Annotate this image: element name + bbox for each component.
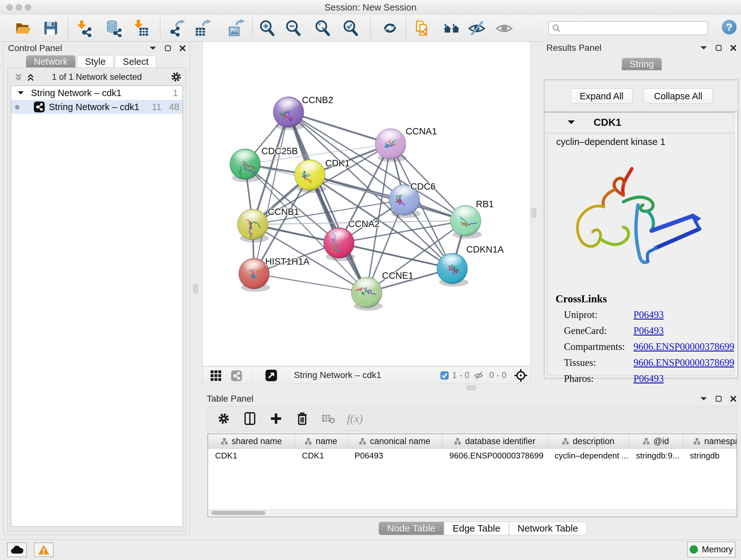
function-builder-button[interactable]: f(x) — [347, 411, 363, 426]
column-header[interactable]: description — [548, 434, 629, 448]
edge-CCNB2-CCNA1[interactable] — [288, 112, 391, 144]
show-all-button[interactable] — [494, 18, 515, 38]
cell-database-identifier[interactable]: 9606.ENSP00000378699 — [442, 449, 548, 462]
crosslink-uniprot-link[interactable]: P06493 — [633, 309, 664, 320]
column-header[interactable]: name — [295, 434, 347, 448]
network-graph[interactable]: CCNB2CCNA1CDC25BCDK1CDC6RB1CCNB1CCNA2CDK… — [203, 42, 530, 366]
fit-selection-crosshair-icon[interactable] — [514, 369, 528, 382]
network-collection-row[interactable]: String Network – cdk1 1 — [11, 86, 183, 100]
tab-edge-table[interactable]: Edge Table — [444, 522, 509, 535]
tab-node-table[interactable]: Node Table — [379, 522, 444, 535]
network-row-selected[interactable]: String Network – cdk1 11 48 — [11, 100, 183, 114]
selected-checkbox-icon[interactable] — [440, 371, 449, 380]
column-header[interactable]: canonical name — [347, 434, 442, 448]
section-collapse-icon[interactable] — [567, 120, 575, 125]
close-panel-icon[interactable] — [179, 45, 186, 51]
delete-column-button[interactable] — [294, 411, 310, 426]
protein-section-header[interactable]: CDK1 — [544, 113, 738, 133]
float-panel-icon[interactable] — [165, 45, 171, 51]
export-image-button[interactable] — [226, 18, 246, 38]
panel-menu-icon[interactable] — [700, 396, 707, 401]
cell-description[interactable]: cyclin–dependent ... — [548, 449, 629, 462]
table-row[interactable]: CDK1 CDK1 P06493 9606.ENSP00000378699 cy… — [208, 449, 737, 462]
tab-select[interactable]: Select — [115, 55, 157, 68]
node-table[interactable]: shared name name canonical name database… — [207, 434, 737, 517]
refresh-button[interactable] — [380, 18, 400, 38]
network-node-CCNA2[interactable] — [324, 228, 355, 261]
create-column-button[interactable] — [268, 411, 284, 426]
crosslink-pharos-link[interactable]: P06493 — [633, 373, 664, 384]
left-splitter-handle[interactable] — [193, 284, 198, 294]
search-input[interactable] — [548, 21, 708, 35]
clone-network-button[interactable] — [413, 18, 433, 38]
panel-menu-icon[interactable] — [700, 46, 707, 50]
open-session-button[interactable] — [13, 18, 33, 38]
column-header[interactable]: database identifier — [442, 434, 548, 448]
collapse-all-button[interactable]: Collapse All — [643, 88, 713, 104]
network-node-RB1[interactable] — [450, 205, 482, 239]
tab-style[interactable]: Style — [77, 55, 113, 68]
crosslink-genecard-link[interactable]: P06493 — [633, 325, 664, 336]
bottom-splitter-handle[interactable] — [467, 386, 476, 390]
table-options-button[interactable] — [216, 411, 231, 426]
edge-CCNA2-CDKN1A[interactable] — [339, 243, 452, 268]
memory-button[interactable]: Memory — [687, 542, 736, 557]
save-session-button[interactable] — [41, 18, 61, 38]
cell-canonical-name[interactable]: P06493 — [347, 449, 442, 462]
network-node-CDK1[interactable] — [294, 160, 326, 193]
crosslink-tissues-link[interactable]: 9606.ENSP00000378699 — [633, 357, 734, 368]
network-node-CCNE1[interactable] — [351, 277, 383, 311]
edge-CCNB2-HIST1H1A[interactable] — [254, 112, 288, 273]
scrollbar-thumb[interactable] — [211, 511, 266, 515]
close-panel-icon[interactable] — [730, 395, 737, 402]
first-neighbors-button[interactable] — [441, 18, 462, 38]
export-network-button[interactable] — [166, 18, 187, 38]
network-view-canvas[interactable]: CCNB2CCNA1CDC25BCDK1CDC6RB1CCNB1CCNA2CDK… — [202, 42, 530, 366]
expand-all-button[interactable]: Expand All — [570, 88, 632, 104]
zoom-selected-button[interactable] — [340, 18, 361, 38]
cloud-status-button[interactable] — [7, 543, 27, 557]
right-splitter-handle[interactable] — [532, 208, 536, 218]
collection-expander-icon[interactable] — [17, 91, 24, 95]
close-panel-icon[interactable] — [730, 45, 737, 51]
import-network-from-database-button[interactable] — [103, 18, 124, 38]
panel-menu-icon[interactable] — [149, 46, 156, 51]
column-header[interactable]: @id — [629, 434, 683, 448]
float-panel-icon[interactable] — [716, 395, 722, 402]
results-scrollbar[interactable] — [734, 112, 738, 377]
grid-view-icon[interactable] — [210, 370, 222, 381]
column-header[interactable]: namespace — [683, 434, 737, 448]
import-table-icon — [131, 19, 149, 37]
export-table-button[interactable] — [192, 18, 213, 38]
cell-id[interactable]: stringdb:9... — [629, 449, 683, 462]
birds-eye-view-icon[interactable] — [265, 369, 277, 381]
tab-network-table[interactable]: Network Table — [509, 522, 587, 535]
help-button[interactable]: ? — [722, 20, 737, 35]
hide-selected-button[interactable] — [467, 18, 487, 38]
import-network-from-file-button[interactable] — [73, 18, 94, 38]
import-table-from-file-button[interactable] — [130, 18, 151, 38]
delete-table-button[interactable] — [321, 411, 336, 426]
tab-network[interactable]: Network — [26, 55, 76, 68]
zoom-fit-button[interactable] — [313, 18, 333, 38]
zoom-out-button[interactable] — [283, 18, 304, 38]
show-columns-button[interactable] — [242, 411, 258, 426]
table-horizontal-scrollbar[interactable] — [208, 509, 737, 516]
warnings-button[interactable] — [34, 543, 54, 557]
network-node-CCNA1[interactable] — [375, 129, 407, 162]
cell-namespace[interactable]: stringdb — [683, 449, 737, 462]
float-panel-icon[interactable] — [716, 45, 722, 51]
network-options-gear-icon[interactable] — [171, 71, 182, 82]
crosslink-compartments-link[interactable]: 9606.ENSP00000378699 — [633, 341, 734, 353]
network-node-CDKN1A[interactable] — [437, 253, 468, 287]
crosslink-label: Tissues: — [564, 357, 596, 368]
network-node-CCNB1[interactable] — [238, 209, 269, 243]
cell-name[interactable]: CDK1 — [295, 449, 347, 462]
network-node-CDC25B[interactable] — [230, 149, 261, 182]
column-header[interactable]: shared name — [208, 434, 295, 448]
cell-shared-name[interactable]: CDK1 — [208, 449, 295, 462]
network-node-CCNB2[interactable] — [273, 97, 305, 130]
zoom-in-button[interactable] — [257, 18, 277, 38]
network-view-mode-icon[interactable] — [231, 370, 242, 381]
tab-string[interactable]: String — [622, 58, 662, 70]
